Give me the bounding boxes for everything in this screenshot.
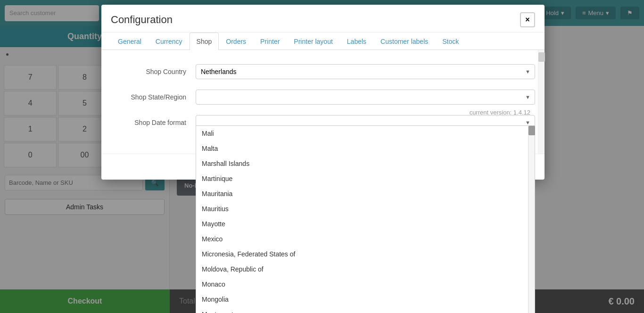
tab-labels[interactable]: Labels xyxy=(340,33,373,50)
dropdown-item-mauritius[interactable]: Mauritius xyxy=(196,201,528,216)
shop-country-label: Shop Country xyxy=(111,68,196,75)
modal-title: Configuration xyxy=(111,14,173,26)
dropdown-item-malta[interactable]: Malta xyxy=(196,141,528,156)
dropdown-item-mexico[interactable]: Mexico xyxy=(196,231,528,247)
dropdown-item-montserrat[interactable]: Montserrat xyxy=(196,307,528,313)
dropdown-item-mauritania[interactable]: Mauritania xyxy=(196,186,528,201)
dropdown-item-moldova[interactable]: Moldova, Republic of xyxy=(196,262,528,277)
shop-country-row: Shop Country Netherlands xyxy=(111,64,535,79)
dropdown-item-mayotte[interactable]: Mayotte xyxy=(196,216,528,231)
modal-scrollbar[interactable] xyxy=(538,50,545,154)
dropdown-item-mongolia[interactable]: Mongolia xyxy=(196,292,528,307)
dropdown-item-monaco[interactable]: Monaco xyxy=(196,277,528,292)
dropdown-item-martinique[interactable]: Martinique xyxy=(196,171,528,186)
modal-body: Shop Country Netherlands Shop State/Regi… xyxy=(101,50,545,154)
dropdown-list-area: Mali Malta Marshall Islands Martinique M… xyxy=(196,126,528,313)
shop-state-select-wrapper xyxy=(196,90,535,105)
tabs-bar: General Currency Shop Orders Printer Pri… xyxy=(101,33,545,50)
configuration-modal: Configuration × General Currency Shop Or… xyxy=(101,5,545,180)
version-text: current version: 1.4.12 xyxy=(470,109,530,116)
shop-state-label: Shop State/Region xyxy=(111,93,196,101)
tab-printer-layout[interactable]: Printer layout xyxy=(287,33,339,50)
close-icon: × xyxy=(525,16,529,24)
dropdown-scrollbar-thumb xyxy=(528,126,535,135)
modal-close-button[interactable]: × xyxy=(520,12,535,27)
tab-stock[interactable]: Stock xyxy=(435,33,466,50)
dropdown-item-mali[interactable]: Mali xyxy=(196,126,528,141)
shop-date-label: Shop Date format xyxy=(111,119,196,126)
tab-currency[interactable]: Currency xyxy=(149,33,190,50)
dropdown-inner: Mali Malta Marshall Islands Martinique M… xyxy=(196,126,535,313)
shop-country-select-wrapper: Netherlands xyxy=(196,64,535,79)
scrollbar-thumb xyxy=(538,52,545,62)
dropdown-scrollbar[interactable]: ▼ xyxy=(528,126,535,313)
shop-state-row: Shop State/Region xyxy=(111,90,535,105)
tab-general[interactable]: General xyxy=(111,33,149,50)
country-dropdown: Mali Malta Marshall Islands Martinique M… xyxy=(196,125,535,313)
tab-printer[interactable]: Printer xyxy=(253,33,287,50)
modal-header: Configuration × xyxy=(101,5,545,33)
tab-shop[interactable]: Shop xyxy=(190,33,219,50)
dropdown-item-micronesia[interactable]: Micronesia, Federated States of xyxy=(196,247,528,262)
shop-state-select[interactable] xyxy=(196,90,535,105)
tab-customer-labels[interactable]: Customer labels xyxy=(373,33,435,50)
tab-orders[interactable]: Orders xyxy=(219,33,253,50)
shop-country-select[interactable]: Netherlands xyxy=(196,64,535,79)
dropdown-item-marshall-islands[interactable]: Marshall Islands xyxy=(196,156,528,171)
